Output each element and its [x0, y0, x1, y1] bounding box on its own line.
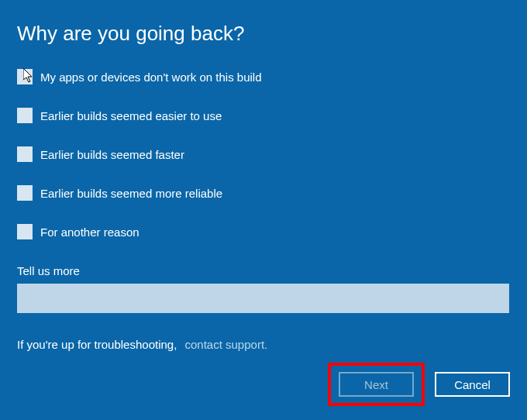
reason-option-apps-devices[interactable]: My apps or devices don't work on this bu… — [17, 69, 510, 84]
checkbox-reliable[interactable] — [17, 185, 33, 201]
highlight-annotation: Next — [328, 363, 425, 406]
checkbox-label: Earlier builds seemed easier to use — [40, 109, 222, 122]
checkbox-label: My apps or devices don't work on this bu… — [40, 71, 262, 84]
troubleshoot-prefix: If you're up for troubleshooting, — [17, 338, 177, 351]
reason-option-another[interactable]: For another reason — [17, 224, 510, 239]
checkbox-apps-devices[interactable] — [17, 69, 33, 84]
checkbox-label: For another reason — [40, 225, 140, 239]
tell-more-input[interactable] — [17, 284, 509, 313]
reason-option-reliable[interactable]: Earlier builds seemed more reliable — [17, 185, 510, 201]
checkbox-label: Earlier builds seemed more reliable — [40, 187, 222, 200]
next-button[interactable]: Next — [339, 372, 414, 397]
reason-option-easier[interactable]: Earlier builds seemed easier to use — [17, 108, 510, 123]
page-title: Why are you going back? — [17, 22, 510, 46]
checkbox-faster[interactable] — [17, 146, 33, 162]
reason-option-faster[interactable]: Earlier builds seemed faster — [17, 146, 510, 162]
cancel-button[interactable]: Cancel — [435, 372, 510, 397]
tell-more-label: Tell us more — [17, 264, 510, 277]
troubleshoot-text: If you're up for troubleshooting, contac… — [17, 338, 510, 351]
checkbox-label: Earlier builds seemed faster — [40, 148, 184, 161]
reason-checkbox-list: My apps or devices don't work on this bu… — [17, 69, 510, 239]
checkbox-another[interactable] — [17, 224, 33, 239]
contact-support-link[interactable]: contact support. — [185, 338, 268, 351]
checkbox-easier[interactable] — [17, 108, 33, 123]
button-row: Next Cancel — [328, 363, 510, 406]
